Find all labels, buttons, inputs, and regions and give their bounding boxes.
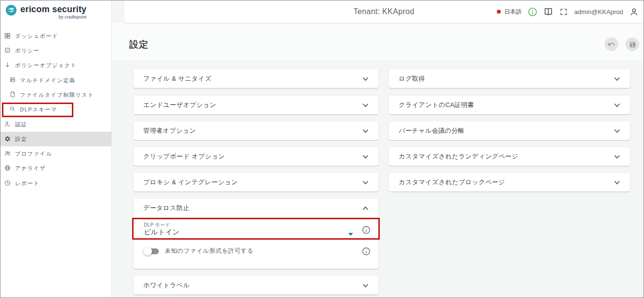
panel-label: カスタマイズされたランディングページ: [399, 152, 518, 161]
globe-icon: [4, 165, 11, 172]
panel-label: クリップボード オプション: [143, 152, 225, 161]
sidebar-item-label: アナライザ: [15, 165, 46, 172]
sidebar-item-analyzer[interactable]: アナライザ: [0, 161, 112, 175]
brand-byline: by cradlepoint: [59, 15, 86, 19]
sidebar-item-settings[interactable]: 設定: [0, 132, 112, 146]
file-icon: [10, 91, 16, 98]
panel-admin-options[interactable]: 管理者オプション: [134, 122, 378, 140]
chevron-down-icon[interactable]: [614, 128, 620, 134]
sidebar-item-multidomain[interactable]: マルチドメイン定義: [0, 73, 112, 88]
dlp-mode-select[interactable]: ビルトイン: [144, 228, 180, 237]
panel-client-ca-cert[interactable]: クライアントのCA証明書: [389, 96, 630, 114]
brand-logo: ericom security by cradlepoint: [5, 4, 86, 19]
sidebar-item-label: マルチドメイン定義: [20, 77, 75, 84]
sidebar-item-filetype-list[interactable]: ファイルタイプ制限リスト: [0, 88, 112, 102]
page-title: 設定: [129, 38, 149, 51]
panel-end-user-options[interactable]: エンドユーザオプション: [134, 96, 378, 114]
language-flag-dot: [497, 10, 501, 14]
save-icon: [629, 41, 636, 48]
panel-white-label[interactable]: ホワイトラベル: [134, 276, 378, 295]
panel-label: ホワイトラベル: [143, 281, 190, 290]
people-icon: [4, 150, 11, 158]
chevron-down-icon[interactable]: [362, 102, 369, 108]
select-dropdown-arrow-icon[interactable]: [348, 233, 353, 236]
sidebar-item-reports[interactable]: レポート: [0, 176, 112, 191]
sidebar: ericom security by cradlepoint ダッシュボード ポ…: [0, 0, 112, 298]
panel-file-sanitize[interactable]: ファイル & サニタイズ: [134, 70, 378, 88]
panel-label: プロキシ & インテグレーション: [143, 178, 238, 187]
dashboard-icon: [4, 33, 11, 40]
sidebar-item-label: ポリシーオブジェクト: [15, 62, 77, 69]
chevron-down-icon[interactable]: [362, 154, 369, 160]
sidebar-item-label: 設定: [15, 136, 27, 143]
top-bar: Tenant: KKAprod 日本語 admin@KKAprod: [124, 0, 644, 23]
panel-label: バーチャル会議の分離: [399, 126, 465, 135]
save-button[interactable]: [626, 37, 639, 51]
language-label: 日本語: [504, 8, 522, 16]
policy-icon: [4, 47, 11, 54]
person-check-icon: [4, 121, 11, 128]
brand-name: ericom security: [20, 4, 86, 14]
chevron-down-icon[interactable]: [614, 179, 620, 186]
sidebar-item-dlp-schema[interactable]: DLPスキーマ: [0, 102, 112, 117]
clock-icon: [4, 180, 11, 187]
undo-button[interactable]: [605, 37, 618, 51]
chevron-up-icon[interactable]: [362, 205, 369, 211]
gear-icon: [4, 136, 11, 143]
sidebar-item-label: ファイルタイプ制限リスト: [20, 91, 94, 99]
chevron-down-icon[interactable]: [614, 154, 620, 160]
app-window: { "brand": { "name": "ericom security", …: [0, 0, 644, 298]
panel-label: 管理者オプション: [143, 126, 196, 135]
documentation-book-icon[interactable]: [543, 7, 553, 17]
panel-label: データロス防止: [143, 204, 189, 212]
sidebar-item-label: DLPスキーマ: [20, 106, 57, 113]
sidebar-item-policy[interactable]: ポリシー: [0, 43, 112, 58]
sidebar-item-dashboard[interactable]: ダッシュボード: [0, 29, 112, 43]
panel-label: ログ取得: [399, 74, 425, 83]
panel-label: カスタマイズされたブロックページ: [399, 178, 505, 187]
panel-log-retrieval[interactable]: ログ取得: [389, 70, 630, 88]
panel-data-loss-prevention: データロス防止 DLP モード ビルトイン 未知のファイル形式を許可する: [134, 199, 378, 269]
user-email: admin@KKAprod: [574, 8, 623, 16]
chevron-down-icon[interactable]: [362, 128, 369, 134]
chevron-down-icon[interactable]: [614, 76, 620, 82]
account-person-icon[interactable]: [629, 7, 639, 17]
sidebar-item-label: レポート: [15, 180, 40, 187]
page-header-strip: [112, 23, 644, 61]
dlp-mode-info-icon[interactable]: [362, 226, 371, 234]
multidomain-icon: [10, 77, 16, 84]
allow-unknown-filetypes-label: 未知のファイル形式を許可する: [165, 247, 254, 255]
sidebar-item-label: 認証: [15, 121, 27, 128]
search-icon: [10, 106, 16, 113]
chevron-down-icon[interactable]: [362, 76, 369, 82]
chevron-down-icon[interactable]: [614, 102, 620, 108]
chevron-down-icon[interactable]: [362, 282, 369, 289]
panel-label: エンドユーザオプション: [143, 101, 216, 109]
allow-unknown-filetypes-toggle[interactable]: [143, 248, 159, 255]
chevron-down-icon[interactable]: [362, 179, 369, 186]
toggle-knob: [143, 247, 152, 256]
undo-icon: [608, 40, 615, 48]
sidebar-item-policy-objects[interactable]: ポリシーオブジェクト: [0, 58, 112, 72]
panel-custom-landing-page[interactable]: カスタマイズされたランディングページ: [389, 147, 630, 166]
panel-virtual-meeting-isolation[interactable]: バーチャル会議の分離: [389, 122, 630, 140]
arrow-down-icon: [4, 62, 11, 69]
panel-label: ファイル & サニタイズ: [143, 74, 211, 83]
sidebar-item-label: ダッシュボード: [15, 33, 58, 40]
panel-dlp-header[interactable]: データロス防止: [134, 199, 378, 217]
panel-label: クライアントのCA証明書: [399, 101, 474, 109]
sidebar-item-profiles[interactable]: プロファイル: [0, 146, 112, 161]
allow-unknown-info-icon[interactable]: [362, 247, 371, 256]
panel-clipboard-options[interactable]: クリップボード オプション: [134, 147, 378, 166]
sidebar-item-label: ポリシー: [15, 47, 40, 54]
dlp-mode-label: DLP モード: [144, 222, 170, 228]
fullscreen-icon[interactable]: [559, 8, 568, 16]
panel-custom-block-page[interactable]: カスタマイズされたブロックページ: [389, 173, 630, 192]
language-selector[interactable]: 日本語: [497, 8, 522, 16]
panel-proxy-integration[interactable]: プロキシ & インテグレーション: [134, 173, 378, 192]
sidebar-item-auth[interactable]: 認証: [0, 117, 112, 132]
ericom-logo-icon: [5, 4, 17, 18]
sidebar-item-label: プロファイル: [15, 150, 52, 158]
info-icon[interactable]: [528, 7, 537, 17]
